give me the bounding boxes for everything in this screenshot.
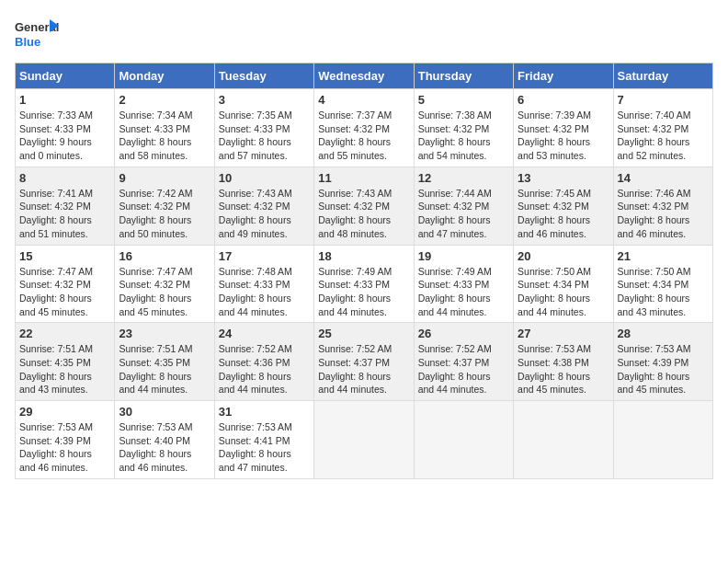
day-number: 10 — [219, 171, 310, 185]
day-info: Sunrise: 7:44 AM Sunset: 4:32 PM Dayligh… — [418, 187, 509, 241]
calendar-day-cell: 22Sunrise: 7:51 AM Sunset: 4:35 PM Dayli… — [16, 323, 115, 401]
calendar-day-cell: 29Sunrise: 7:53 AM Sunset: 4:39 PM Dayli… — [16, 401, 115, 479]
calendar-day-cell: 28Sunrise: 7:53 AM Sunset: 4:39 PM Dayli… — [613, 323, 712, 401]
day-number: 24 — [219, 327, 310, 340]
svg-text:Blue: Blue — [15, 35, 40, 49]
day-info: Sunrise: 7:53 AM Sunset: 4:40 PM Dayligh… — [119, 420, 210, 475]
logo-svg: GeneralBlue — [15, 15, 61, 52]
day-number: 19 — [418, 249, 509, 263]
calendar-day-cell: 9Sunrise: 7:42 AM Sunset: 4:32 PM Daylig… — [115, 167, 214, 245]
day-info: Sunrise: 7:39 AM Sunset: 4:32 PM Dayligh… — [518, 109, 609, 163]
weekday-header: Tuesday — [214, 63, 313, 89]
calendar-day-cell: 8Sunrise: 7:41 AM Sunset: 4:32 PM Daylig… — [16, 167, 115, 245]
logo: GeneralBlue — [15, 15, 61, 52]
calendar-day-cell: 18Sunrise: 7:49 AM Sunset: 4:33 PM Dayli… — [314, 245, 414, 323]
day-info: Sunrise: 7:34 AM Sunset: 4:33 PM Dayligh… — [119, 109, 210, 163]
day-number: 5 — [418, 93, 509, 107]
calendar-day-cell: 27Sunrise: 7:53 AM Sunset: 4:38 PM Dayli… — [514, 323, 613, 401]
calendar-day-cell: 26Sunrise: 7:52 AM Sunset: 4:37 PM Dayli… — [414, 323, 513, 401]
calendar-day-cell: 19Sunrise: 7:49 AM Sunset: 4:33 PM Dayli… — [414, 245, 513, 323]
weekday-header: Thursday — [414, 63, 513, 89]
calendar-day-cell: 21Sunrise: 7:50 AM Sunset: 4:34 PM Dayli… — [613, 245, 712, 323]
day-number: 31 — [219, 405, 310, 419]
day-info: Sunrise: 7:37 AM Sunset: 4:32 PM Dayligh… — [318, 109, 409, 163]
day-info: Sunrise: 7:53 AM Sunset: 4:38 PM Dayligh… — [518, 342, 609, 396]
day-info: Sunrise: 7:52 AM Sunset: 4:36 PM Dayligh… — [219, 342, 310, 396]
day-number: 11 — [318, 171, 409, 185]
day-info: Sunrise: 7:53 AM Sunset: 4:41 PM Dayligh… — [219, 420, 310, 475]
day-number: 3 — [219, 93, 310, 107]
day-number: 27 — [518, 327, 609, 340]
calendar-table: SundayMondayTuesdayWednesdayThursdayFrid… — [15, 63, 713, 479]
calendar-day-cell: 13Sunrise: 7:45 AM Sunset: 4:32 PM Dayli… — [514, 167, 613, 245]
day-number: 14 — [618, 171, 709, 185]
calendar-day-cell: 7Sunrise: 7:40 AM Sunset: 4:32 PM Daylig… — [613, 89, 712, 167]
calendar-day-cell — [414, 401, 513, 479]
day-number: 20 — [518, 249, 609, 263]
calendar-day-cell: 1Sunrise: 7:33 AM Sunset: 4:33 PM Daylig… — [16, 89, 115, 167]
calendar-day-cell: 3Sunrise: 7:35 AM Sunset: 4:33 PM Daylig… — [214, 89, 313, 167]
day-number: 16 — [119, 249, 210, 263]
day-info: Sunrise: 7:35 AM Sunset: 4:33 PM Dayligh… — [219, 109, 310, 163]
day-number: 6 — [518, 93, 609, 107]
day-info: Sunrise: 7:48 AM Sunset: 4:33 PM Dayligh… — [219, 265, 310, 319]
weekday-header: Saturday — [613, 63, 712, 89]
day-info: Sunrise: 7:49 AM Sunset: 4:33 PM Dayligh… — [418, 265, 509, 319]
calendar-week-row: 8Sunrise: 7:41 AM Sunset: 4:32 PM Daylig… — [16, 167, 713, 245]
day-number: 30 — [119, 405, 210, 419]
calendar-day-cell: 5Sunrise: 7:38 AM Sunset: 4:32 PM Daylig… — [414, 89, 513, 167]
day-number: 23 — [119, 327, 210, 340]
calendar-day-cell: 12Sunrise: 7:44 AM Sunset: 4:32 PM Dayli… — [414, 167, 513, 245]
day-number: 18 — [318, 249, 409, 263]
day-info: Sunrise: 7:33 AM Sunset: 4:33 PM Dayligh… — [19, 109, 110, 163]
calendar-day-cell: 24Sunrise: 7:52 AM Sunset: 4:36 PM Dayli… — [214, 323, 313, 401]
weekday-header: Monday — [115, 63, 214, 89]
day-number: 15 — [19, 249, 110, 263]
day-number: 25 — [318, 327, 409, 340]
day-number: 12 — [418, 171, 509, 185]
weekday-header: Friday — [514, 63, 613, 89]
calendar-week-row: 1Sunrise: 7:33 AM Sunset: 4:33 PM Daylig… — [16, 89, 713, 167]
day-info: Sunrise: 7:53 AM Sunset: 4:39 PM Dayligh… — [19, 420, 110, 475]
day-number: 21 — [618, 249, 709, 263]
day-info: Sunrise: 7:51 AM Sunset: 4:35 PM Dayligh… — [119, 342, 210, 396]
day-number: 26 — [418, 327, 509, 340]
calendar-day-cell: 16Sunrise: 7:47 AM Sunset: 4:32 PM Dayli… — [115, 245, 214, 323]
day-info: Sunrise: 7:47 AM Sunset: 4:32 PM Dayligh… — [19, 265, 110, 319]
day-number: 8 — [19, 171, 110, 185]
calendar-day-cell: 30Sunrise: 7:53 AM Sunset: 4:40 PM Dayli… — [115, 401, 214, 479]
calendar-day-cell: 23Sunrise: 7:51 AM Sunset: 4:35 PM Dayli… — [115, 323, 214, 401]
day-number: 2 — [119, 93, 210, 107]
calendar-day-cell: 17Sunrise: 7:48 AM Sunset: 4:33 PM Dayli… — [214, 245, 313, 323]
page-header: GeneralBlue — [15, 15, 713, 52]
calendar-day-cell — [514, 401, 613, 479]
calendar-day-cell: 31Sunrise: 7:53 AM Sunset: 4:41 PM Dayli… — [214, 401, 313, 479]
calendar-week-row: 22Sunrise: 7:51 AM Sunset: 4:35 PM Dayli… — [16, 323, 713, 401]
day-number: 7 — [618, 93, 709, 107]
day-info: Sunrise: 7:49 AM Sunset: 4:33 PM Dayligh… — [318, 265, 409, 319]
day-number: 4 — [318, 93, 409, 107]
day-info: Sunrise: 7:50 AM Sunset: 4:34 PM Dayligh… — [518, 265, 609, 319]
day-info: Sunrise: 7:52 AM Sunset: 4:37 PM Dayligh… — [318, 342, 409, 396]
calendar-day-cell: 11Sunrise: 7:43 AM Sunset: 4:32 PM Dayli… — [314, 167, 414, 245]
day-number: 22 — [19, 327, 110, 340]
calendar-day-cell — [314, 401, 414, 479]
day-info: Sunrise: 7:43 AM Sunset: 4:32 PM Dayligh… — [219, 187, 310, 241]
calendar-day-cell: 14Sunrise: 7:46 AM Sunset: 4:32 PM Dayli… — [613, 167, 712, 245]
day-number: 13 — [518, 171, 609, 185]
day-number: 28 — [618, 327, 709, 340]
day-number: 9 — [119, 171, 210, 185]
calendar-day-cell: 15Sunrise: 7:47 AM Sunset: 4:32 PM Dayli… — [16, 245, 115, 323]
day-number: 29 — [19, 405, 110, 419]
calendar-week-row: 15Sunrise: 7:47 AM Sunset: 4:32 PM Dayli… — [16, 245, 713, 323]
day-info: Sunrise: 7:40 AM Sunset: 4:32 PM Dayligh… — [618, 109, 709, 163]
calendar-day-cell: 25Sunrise: 7:52 AM Sunset: 4:37 PM Dayli… — [314, 323, 414, 401]
day-info: Sunrise: 7:50 AM Sunset: 4:34 PM Dayligh… — [618, 265, 709, 319]
day-info: Sunrise: 7:46 AM Sunset: 4:32 PM Dayligh… — [618, 187, 709, 241]
weekday-header: Wednesday — [314, 63, 414, 89]
calendar-week-row: 29Sunrise: 7:53 AM Sunset: 4:39 PM Dayli… — [16, 401, 713, 479]
calendar-day-cell: 2Sunrise: 7:34 AM Sunset: 4:33 PM Daylig… — [115, 89, 214, 167]
day-info: Sunrise: 7:45 AM Sunset: 4:32 PM Dayligh… — [518, 187, 609, 241]
calendar-day-cell: 10Sunrise: 7:43 AM Sunset: 4:32 PM Dayli… — [214, 167, 313, 245]
weekday-header: Sunday — [16, 63, 115, 89]
